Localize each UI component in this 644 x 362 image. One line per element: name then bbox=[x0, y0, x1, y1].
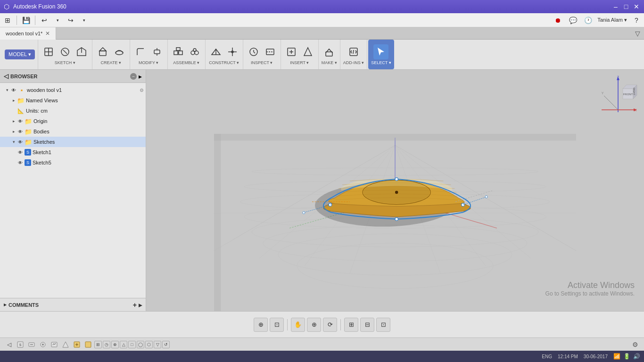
tree-root-item[interactable]: ▾ 👁 ▪ wooden tool v1 ⚙ bbox=[0, 85, 146, 95]
tl-item8-icon[interactable]: ▽ bbox=[154, 341, 161, 348]
create-revolve-icon[interactable] bbox=[112, 44, 127, 59]
construct-axis-icon[interactable] bbox=[225, 44, 240, 59]
make-label[interactable]: MAKE ▾ bbox=[322, 60, 337, 65]
clock-icon[interactable]: 🕐 bbox=[582, 15, 594, 26]
zoom-tool-button[interactable]: ⊕ bbox=[307, 318, 321, 332]
tl-item7-icon[interactable]: ⬡ bbox=[145, 341, 153, 348]
sketch-label[interactable]: SKETCH ▾ bbox=[55, 60, 75, 65]
named-views-arrow[interactable]: ▸ bbox=[10, 98, 17, 103]
redo-button[interactable]: ↪ bbox=[65, 15, 76, 26]
grid-visibility-button[interactable]: ⊞ bbox=[344, 318, 358, 332]
select-label[interactable]: SELECT ▾ bbox=[371, 60, 391, 65]
inspect-section-icon[interactable] bbox=[263, 44, 278, 59]
origin-arrow[interactable]: ▸ bbox=[10, 119, 17, 123]
tl-item-icon[interactable]: ⊞ bbox=[94, 341, 102, 348]
construct-label[interactable]: CONSTRUCT ▾ bbox=[209, 60, 239, 65]
tree-sketches-item[interactable]: ▾ 👁 📁 Sketches bbox=[0, 137, 146, 147]
tab-wooden-tool[interactable]: wooden tool v1* ✕ bbox=[0, 27, 56, 40]
tree-units-item[interactable]: 📐 Units: cm bbox=[0, 106, 146, 116]
tree-sketch1-item[interactable]: 👁 S Sketch1 bbox=[0, 147, 146, 157]
model-mode-button[interactable]: MODEL ▾ bbox=[5, 49, 35, 59]
tl-item3-icon[interactable]: ⊕ bbox=[111, 341, 119, 348]
tree-named-views-item[interactable]: ▸ 📁 Named Views bbox=[0, 95, 146, 106]
tab-close-icon[interactable]: ✕ bbox=[45, 30, 50, 37]
eye-icon-sketch5[interactable]: 👁 bbox=[17, 160, 24, 165]
addins-label[interactable]: ADD-INS ▾ bbox=[343, 60, 364, 65]
pan-tool-button[interactable]: ✋ bbox=[291, 318, 305, 332]
message-icon[interactable]: 💬 bbox=[567, 15, 578, 26]
viewport[interactable]: FRONT RIGHT Z X Y Activate Windows Go to… bbox=[146, 70, 644, 311]
create-extrude-icon[interactable] bbox=[95, 44, 110, 59]
tl-item4-icon[interactable]: △ bbox=[120, 341, 127, 348]
layout-button[interactable]: ⊡ bbox=[376, 318, 390, 332]
tl-item5-icon[interactable]: □ bbox=[128, 341, 136, 348]
comments-options-icon[interactable]: ▸ bbox=[139, 301, 142, 309]
redo-dropdown[interactable]: ▾ bbox=[78, 15, 90, 26]
tl-item6-icon[interactable]: ◯ bbox=[137, 341, 144, 348]
eye-icon-sketches[interactable]: 👁 bbox=[17, 140, 24, 145]
inspect-measure-icon[interactable] bbox=[246, 44, 261, 59]
orbit-tool-button[interactable]: ⟳ bbox=[323, 318, 337, 332]
tl-step1-icon[interactable] bbox=[26, 339, 37, 350]
tl-step4-icon[interactable] bbox=[60, 339, 71, 350]
tree-sketch5-item[interactable]: 👁 S Sketch5 bbox=[0, 157, 146, 168]
assemble-label[interactable]: ASSEMBLE ▾ bbox=[173, 60, 199, 65]
save-button[interactable]: 💾 bbox=[20, 15, 32, 26]
insert-canvas-icon[interactable] bbox=[284, 44, 299, 59]
browser-options-icon[interactable]: ▸ bbox=[139, 73, 142, 80]
tl-item9-icon[interactable]: ↺ bbox=[162, 341, 170, 348]
undo-button[interactable]: ↩ bbox=[39, 15, 50, 26]
timeline-settings-button[interactable]: ⚙ bbox=[630, 339, 640, 350]
apps-grid-icon[interactable]: ⊞ bbox=[2, 15, 13, 26]
create-label[interactable]: CREATE ▾ bbox=[101, 60, 121, 65]
insert-decal-icon[interactable] bbox=[300, 44, 315, 59]
assemble-joint-icon[interactable] bbox=[187, 44, 202, 59]
tree-root-arrow[interactable]: ▾ bbox=[4, 88, 10, 92]
close-button[interactable]: ✕ bbox=[633, 3, 640, 10]
inspect-label[interactable]: INSPECT ▾ bbox=[251, 60, 272, 65]
browser-back-icon[interactable]: ◁ bbox=[4, 73, 8, 80]
tl-step2-icon[interactable] bbox=[38, 339, 48, 350]
bodies-arrow[interactable]: ▸ bbox=[10, 129, 17, 134]
tl-sketch-icon[interactable]: S bbox=[15, 339, 25, 350]
sketch-project-icon[interactable] bbox=[74, 44, 89, 59]
insert-label[interactable]: INSERT ▾ bbox=[290, 60, 309, 65]
select-button[interactable] bbox=[373, 44, 388, 59]
tl-item2-icon[interactable]: ◷ bbox=[103, 341, 110, 348]
sketch-create-icon[interactable] bbox=[41, 44, 56, 59]
assemble-new-icon[interactable] bbox=[171, 44, 186, 59]
browser-collapse-button[interactable]: – bbox=[130, 73, 137, 80]
addins-scripts-icon[interactable] bbox=[346, 44, 361, 59]
record-icon[interactable]: ⏺ bbox=[552, 15, 563, 26]
make-3dprint-icon[interactable] bbox=[322, 44, 337, 59]
modify-fillet-icon[interactable] bbox=[133, 44, 148, 59]
help-icon[interactable]: ? bbox=[631, 15, 642, 26]
comments-expand-icon[interactable]: ▸ bbox=[4, 302, 7, 308]
undo-dropdown[interactable]: ▾ bbox=[52, 15, 63, 26]
display-tool-button[interactable]: ⊡ bbox=[270, 318, 284, 332]
root-settings-icon[interactable]: ⚙ bbox=[140, 88, 144, 93]
modify-label[interactable]: MODIFY ▾ bbox=[139, 60, 158, 65]
tl-step3-icon[interactable] bbox=[49, 339, 59, 350]
tl-step6-icon[interactable] bbox=[83, 339, 93, 350]
tl-step5-icon[interactable] bbox=[72, 339, 82, 350]
eye-icon-bodies[interactable]: 👁 bbox=[17, 129, 24, 134]
tab-expand-icon[interactable]: ▽ bbox=[635, 30, 640, 37]
eye-icon-origin[interactable]: 👁 bbox=[17, 119, 24, 124]
snap-grid-button[interactable]: ⊟ bbox=[360, 318, 374, 332]
comments-add-icon[interactable]: + bbox=[133, 301, 137, 309]
tree-bodies-item[interactable]: ▸ 👁 📁 Bodies bbox=[0, 126, 146, 137]
tree-origin-item[interactable]: ▸ 👁 📁 Origin bbox=[0, 116, 146, 126]
snap-tool-button[interactable]: ⊕ bbox=[254, 318, 268, 332]
construct-plane-icon[interactable] bbox=[208, 44, 223, 59]
minimize-button[interactable]: – bbox=[612, 3, 619, 10]
user-name[interactable]: Tania Alam ▾ bbox=[597, 17, 627, 23]
sketches-arrow[interactable]: ▾ bbox=[10, 140, 17, 144]
view-cube[interactable]: FRONT RIGHT Z X Y bbox=[597, 74, 639, 117]
eye-icon-sketch1[interactable]: 👁 bbox=[17, 150, 24, 155]
sketch-stop-icon[interactable] bbox=[58, 44, 73, 59]
eye-icon-root[interactable]: 👁 bbox=[10, 88, 17, 93]
maximize-button[interactable]: □ bbox=[622, 3, 630, 10]
tl-back-icon[interactable]: ◁ bbox=[4, 339, 14, 350]
modify-press-icon[interactable] bbox=[149, 44, 165, 59]
